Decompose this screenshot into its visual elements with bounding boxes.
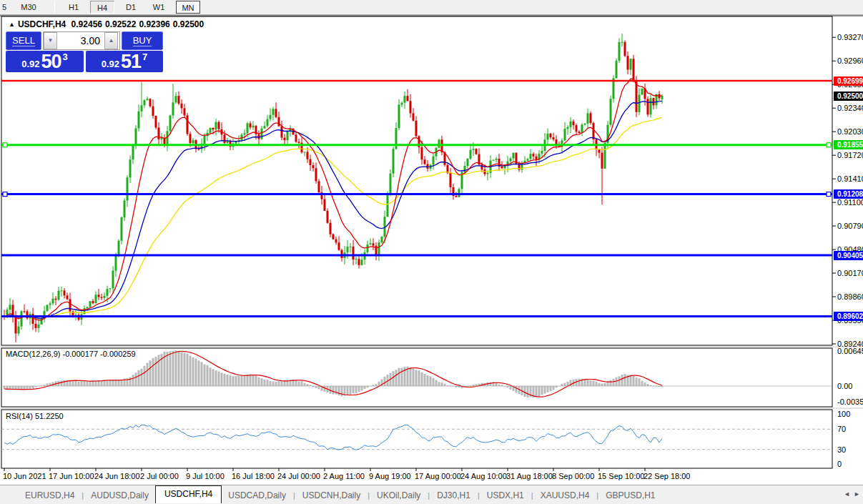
blue-line-tag-2: 0.90405: [834, 251, 863, 260]
macd-tick-label: 0.006451: [837, 347, 863, 355]
rsi-label: RSI(14) 51.2250: [6, 412, 64, 420]
date-label: 2 Jul 00:00: [140, 472, 179, 481]
date-label: 17 Aug 00:00: [415, 472, 461, 481]
bid-price-tag: 0.92500: [834, 92, 863, 101]
blue-line-tag-1: 0.91208: [834, 189, 863, 199]
rsi-tick-label: 100: [837, 410, 863, 418]
date-label: 2 Aug 11:00: [323, 472, 365, 481]
date-label: 17 Jun 10:00: [49, 472, 94, 481]
chart-title: ▲USDCHF,H4 0.924560.925220.923960.92500: [9, 19, 207, 29]
tabs-scroll-right-icon[interactable]: ►: [854, 490, 860, 498]
one-click-trading-panel: SELL ▼ ▲ BUY 0.92 50 3 0.92 51 7: [6, 31, 163, 72]
tab-xauusd[interactable]: XAUUSD,H4: [534, 488, 596, 503]
tab-gbpusd[interactable]: GBPUSD,H1: [599, 488, 661, 503]
ask-price-main: 51: [121, 52, 141, 71]
blue-line-tag-3: 0.89602: [834, 312, 863, 321]
ohlc-low: 0.92396: [139, 19, 169, 29]
bid-price-button[interactable]: 0.92 50 3: [6, 51, 84, 72]
date-label: 24 Jul 00:00: [277, 472, 320, 481]
tab-usdcad[interactable]: USDCAD,Daily: [222, 488, 292, 503]
ask-price-prefix: 0.92: [102, 59, 119, 69]
price-tick-label: 0.91100: [837, 199, 863, 207]
date-label: 15 Sep 10:00: [598, 472, 644, 481]
date-label: 24 Jun 18:00: [94, 472, 140, 481]
rsi-tick-label: 0: [837, 460, 863, 468]
date-label: 16 Jul 18:00: [232, 472, 275, 481]
price-tick-label: 0.90790: [837, 222, 863, 230]
tab-eurusd[interactable]: EURUSD,H4: [19, 488, 81, 503]
date-label: 31 Aug 18:00: [506, 472, 553, 481]
date-label: 22 Sep 18:00: [643, 472, 690, 481]
chart-canvas[interactable]: [0, 0, 863, 504]
sell-button[interactable]: SELL: [6, 31, 41, 50]
bid-price-main: 50: [41, 52, 61, 71]
macd-tick-label: -0.003507: [837, 398, 863, 406]
tabs-scroll-left-icon[interactable]: ◄: [844, 490, 850, 498]
date-label: 10 Jun 2021: [3, 472, 46, 481]
chart-tabs: EURUSD,H4|AUDUSD,DailyUSDCHF,H4USDCAD,Da…: [19, 485, 662, 504]
tab-audusd[interactable]: AUDUSD,Daily: [84, 488, 155, 503]
date-label: 8 Sep 00:00: [552, 472, 594, 481]
price-tick-label: 0.91720: [837, 152, 863, 159]
bid-price-pipette: 3: [63, 51, 68, 62]
chart-tab-bar: EURUSD,H4|AUDUSD,DailyUSDCHF,H4USDCAD,Da…: [0, 485, 863, 504]
volume-input[interactable]: [57, 32, 104, 49]
tab-usdcnh[interactable]: USDCNH,Daily: [296, 488, 367, 503]
price-tick-label: 0.91410: [837, 175, 863, 183]
ohlc-open: 0.92456: [71, 19, 102, 29]
macd-tick-label: 0.00: [837, 382, 863, 390]
green-line-tag: 0.91855: [834, 140, 863, 149]
price-tick-label: 0.90170: [837, 270, 863, 277]
resistance-line-tag: 0.92699: [834, 76, 863, 86]
rsi-tick-label: 30: [837, 446, 863, 454]
volume-decrease-button[interactable]: ▼: [44, 32, 57, 49]
symbol-period-label: USDCHF,H4: [18, 19, 66, 29]
date-label: 9 Jul 10:00: [186, 472, 225, 481]
price-tick-label: 0.92340: [837, 104, 863, 112]
tab-dj30[interactable]: DJ30,H1: [430, 488, 477, 503]
price-tick-label: 0.89860: [837, 293, 863, 301]
tab-usdchf[interactable]: USDCHF,H4: [155, 485, 222, 503]
collapse-arrow-icon: ▲: [9, 21, 15, 28]
date-label: 24 Aug 10:00: [460, 472, 507, 481]
bid-price-prefix: 0.92: [21, 59, 39, 69]
price-tick-label: 0.93270: [837, 34, 863, 41]
volume-increase-button[interactable]: ▲: [104, 32, 118, 49]
ohlc-close: 0.92500: [173, 19, 204, 29]
ohlc-high: 0.92522: [105, 19, 136, 29]
volume-stepper: ▼ ▲: [43, 31, 120, 50]
macd-label: MACD(12,26,9) -0.000177 -0.000259: [6, 350, 136, 358]
ask-price-pipette: 7: [142, 51, 147, 62]
tab-usdx[interactable]: USDX,H1: [480, 488, 531, 503]
ask-price-button[interactable]: 0.92 51 7: [86, 51, 163, 72]
price-tick-label: 0.92030: [837, 128, 863, 136]
buy-button-label: BUY: [133, 35, 152, 46]
sell-button-label: SELL: [12, 35, 35, 46]
rsi-tick-label: 70: [837, 425, 863, 433]
date-label: 9 Aug 19:00: [369, 472, 411, 481]
mt4-terminal: { "toolbar": { "buttons": [ {"label": "5…: [0, 0, 863, 504]
price-tick-label: 0.92960: [837, 57, 863, 65]
tab-ukoil[interactable]: UKOil,Daily: [370, 488, 427, 503]
buy-button[interactable]: BUY: [122, 31, 163, 50]
